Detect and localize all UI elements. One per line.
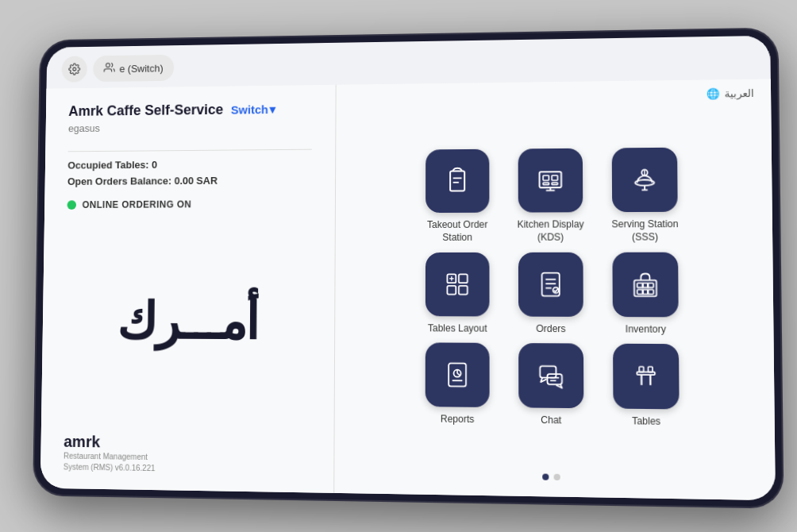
screen: e (Switch) Amrk Caffe Self-Service Switc… xyxy=(40,36,776,500)
grid-row-3: Reports xyxy=(418,342,688,429)
restaurant-name-row: Amrk Caffe Self-Service Switch ▾ xyxy=(68,101,312,120)
chat-icon xyxy=(537,361,566,391)
grid-item-kds[interactable]: Kitchen Display(KDS) xyxy=(510,148,591,244)
serving-icon-box xyxy=(612,148,678,212)
tables-icon-box xyxy=(613,344,680,410)
grid-item-tables-layout[interactable]: Tables Layout xyxy=(418,252,498,334)
reports-icon xyxy=(443,360,472,390)
user-label: e (Switch) xyxy=(119,62,163,74)
orders-icon xyxy=(536,270,565,299)
svg-rect-8 xyxy=(543,183,549,185)
svg-rect-9 xyxy=(552,183,557,185)
svg-rect-42 xyxy=(547,374,561,384)
svg-point-28 xyxy=(553,287,558,292)
gear-icon xyxy=(68,63,80,75)
grid-item-tables[interactable]: Tables xyxy=(605,344,688,429)
bottom-brand: amrk Restaurant ManagementSystem (RMS) v… xyxy=(64,433,310,476)
online-status-badge: ONLINE ORDERING ON xyxy=(67,199,312,210)
language-bar: 🌐 العربية xyxy=(352,87,754,104)
svg-rect-7 xyxy=(552,175,557,180)
svg-rect-6 xyxy=(543,175,549,180)
svg-line-39 xyxy=(457,373,460,376)
logo-area: أمـــرك xyxy=(64,210,311,436)
dot-1[interactable] xyxy=(542,474,549,480)
pagination-dots xyxy=(350,471,758,484)
subtitle: egasus xyxy=(68,120,312,134)
takeout-icon-box xyxy=(425,149,489,213)
takeout-label: Takeout OrderStation xyxy=(427,219,487,244)
kds-icon xyxy=(536,166,565,195)
divider xyxy=(68,149,312,152)
serving-icon xyxy=(630,165,659,195)
left-panel: Amrk Caffe Self-Service Switch ▾ egasus … xyxy=(40,85,337,493)
kds-icon-box xyxy=(518,148,583,213)
tables-layout-icon-box xyxy=(425,252,490,316)
device-frame: e (Switch) Amrk Caffe Self-Service Switc… xyxy=(33,28,784,509)
takeout-icon xyxy=(443,167,472,195)
svg-rect-19 xyxy=(459,274,468,283)
grid-row-1: Takeout OrderStation xyxy=(418,148,686,245)
svg-point-0 xyxy=(73,67,76,71)
inventory-icon-box xyxy=(612,252,678,317)
reports-icon-box xyxy=(425,342,490,407)
inventory-icon xyxy=(630,270,660,299)
grid-item-reports[interactable]: Reports xyxy=(418,342,498,426)
grid-item-serving[interactable]: Serving Station(SSS) xyxy=(603,148,686,244)
online-dot xyxy=(67,200,77,210)
right-panel: 🌐 العربية xyxy=(334,79,776,500)
serving-label: Serving Station(SSS) xyxy=(611,218,678,244)
chat-label: Chat xyxy=(541,414,561,427)
kds-label: Kitchen Display(KDS) xyxy=(517,219,583,245)
reports-label: Reports xyxy=(441,414,475,426)
svg-rect-49 xyxy=(648,367,653,372)
svg-point-1 xyxy=(106,64,110,67)
online-label: ONLINE ORDERING ON xyxy=(83,199,192,210)
globe-icon: 🌐 xyxy=(707,87,720,99)
settings-button[interactable] xyxy=(61,56,87,83)
svg-rect-36 xyxy=(449,364,466,387)
brand-sub: Restaurant ManagementSystem (RMS) v6.0.1… xyxy=(64,451,310,477)
grid-item-orders[interactable]: Orders xyxy=(510,252,591,335)
user-switch-button[interactable]: e (Switch) xyxy=(93,55,174,82)
dot-2[interactable] xyxy=(554,474,560,480)
main-content: Amrk Caffe Self-Service Switch ▾ egasus … xyxy=(40,79,776,500)
inventory-label: Inventory xyxy=(626,323,666,336)
svg-rect-21 xyxy=(459,285,468,294)
app-grid: Takeout OrderStation xyxy=(350,107,758,470)
tables-layout-label: Tables Layout xyxy=(428,322,487,335)
occupied-tables-row: Occupied Tables: 0 xyxy=(67,158,311,172)
grid-item-takeout[interactable]: Takeout OrderStation xyxy=(418,149,498,245)
chat-icon-box xyxy=(518,343,583,408)
orders-label: Orders xyxy=(536,322,566,335)
grid-item-inventory[interactable]: Inventory xyxy=(604,252,687,336)
tables-icon xyxy=(631,361,661,391)
open-orders-row: Open Orders Balance: 0.00 SAR xyxy=(67,174,312,187)
grid-row-2: Tables Layout xyxy=(418,252,687,336)
switch-button[interactable]: Switch ▾ xyxy=(231,102,276,117)
svg-rect-48 xyxy=(639,367,644,372)
svg-rect-20 xyxy=(447,285,456,294)
lang-label: العربية xyxy=(725,87,755,100)
user-icon xyxy=(103,62,114,76)
grid-item-chat[interactable]: Chat xyxy=(510,343,592,427)
tables-label: Tables xyxy=(632,415,660,428)
orders-icon-box xyxy=(518,252,583,316)
arabic-logo: أمـــرك xyxy=(117,292,258,351)
restaurant-name: Amrk Caffe Self-Service xyxy=(68,102,223,120)
tables-layout-icon xyxy=(443,270,472,299)
svg-rect-2 xyxy=(450,172,464,191)
